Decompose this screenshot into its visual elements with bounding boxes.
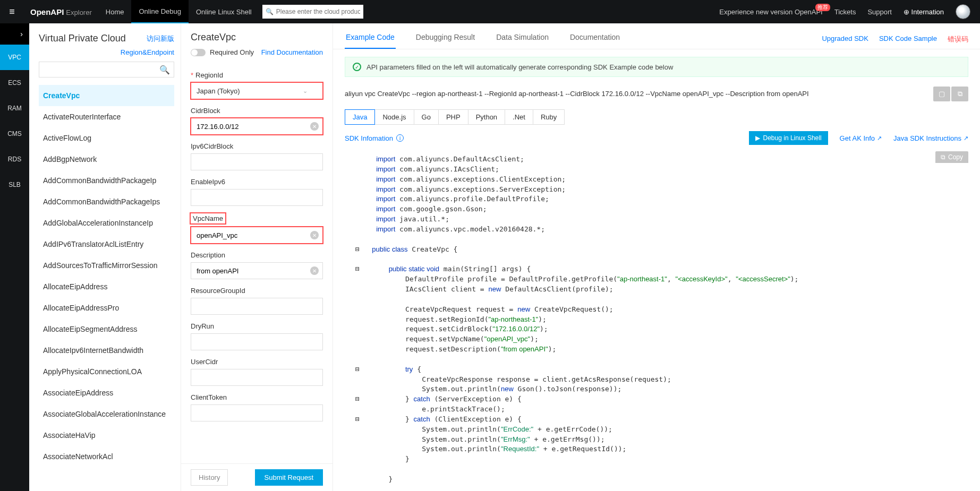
lang-tab[interactable]: Go <box>414 109 439 125</box>
external-link-icon: ↗ <box>877 135 882 142</box>
java-sdk-instructions-link[interactable]: Java SDK Instructions↗ <box>893 134 968 142</box>
sdk-code-sample-link[interactable]: SDK Code Sample <box>879 35 937 44</box>
required-only-toggle[interactable] <box>191 49 206 56</box>
internation-link[interactable]: ⊕ Internation <box>904 8 944 16</box>
api-item[interactable]: AssociateGlobalAccelerationInstance <box>39 403 174 425</box>
api-item[interactable]: AddCommonBandwidthPackageIp <box>39 170 174 191</box>
lang-tab[interactable]: .Net <box>505 109 533 125</box>
sdk-info-label: SDK Infomation <box>345 134 393 142</box>
api-item[interactable]: AllocateEipAddressPro <box>39 297 174 318</box>
api-item[interactable]: AssociateEipAddress <box>39 382 174 403</box>
top-nav-item[interactable]: Online Linux Shell <box>189 0 259 23</box>
internation-label: Internation <box>911 8 944 16</box>
history-button[interactable]: History <box>191 469 228 486</box>
chevron-down-icon: ⌄ <box>303 88 308 94</box>
resourcegroupid-input[interactable] <box>191 298 323 315</box>
api-items: CreateVpcActivateRouterInterfaceActiveFl… <box>39 85 174 487</box>
copy-icon: ⧉ <box>941 153 945 161</box>
api-item[interactable]: CreateVpc <box>39 85 174 106</box>
lang-tab[interactable]: Java <box>345 109 375 125</box>
api-item[interactable]: AddCommonBandwidthPackageIps <box>39 191 174 212</box>
rail-product-cms[interactable]: CMS <box>0 121 29 147</box>
api-item[interactable]: AddBgpNetwork <box>39 149 174 170</box>
expand-rail-icon[interactable]: › <box>0 23 29 45</box>
api-item[interactable]: ActiveFlowLog <box>39 127 174 149</box>
dryrun-label: DryRun <box>191 322 323 330</box>
api-item[interactable]: AddSourcesToTrafficMirrorSession <box>39 255 174 276</box>
lang-tab[interactable]: Python <box>468 109 505 125</box>
top-search: 🔍 <box>262 5 363 19</box>
search-icon: 🔍 <box>159 65 170 75</box>
rail-product-slb[interactable]: SLB <box>0 172 29 197</box>
clienttoken-input[interactable] <box>191 404 323 421</box>
api-item[interactable]: AllocateEipAddress <box>39 276 174 297</box>
api-item[interactable]: ActivateRouterInterface <box>39 106 174 127</box>
logo-bold: OpenAPI <box>30 7 64 16</box>
rail-product-ecs[interactable]: ECS <box>0 70 29 96</box>
rail-product-ram[interactable]: RAM <box>0 96 29 121</box>
cidrblock-input[interactable] <box>191 118 323 135</box>
sdk-info-link[interactable]: SDK Infomation i <box>345 134 404 142</box>
logo[interactable]: OpenAPI Explorer <box>24 7 98 16</box>
lang-tab[interactable]: Ruby <box>533 109 565 125</box>
api-item[interactable]: AllocateIpv6InternetBandwidth <box>39 340 174 361</box>
content-tab[interactable]: Documentation <box>569 30 621 49</box>
support-link[interactable]: Support <box>867 8 892 16</box>
user-avatar[interactable] <box>956 4 970 19</box>
dryrun-input[interactable] <box>191 333 323 350</box>
submit-request-button[interactable]: Submit Request <box>255 469 323 486</box>
param-form-panel: CreateVpc Required Only Find Documentati… <box>181 23 333 491</box>
visit-new-link[interactable]: 访问新版 <box>147 34 174 44</box>
resourcegroupid-label: ResourceGroupId <box>191 287 323 295</box>
globe-icon: ⊕ <box>904 8 909 16</box>
vpcname-input[interactable] <box>191 227 323 244</box>
enableipv6-input[interactable] <box>191 189 323 206</box>
content-tab[interactable]: Data Simulation <box>495 30 550 49</box>
clear-icon[interactable]: ✕ <box>310 122 319 131</box>
lang-tab[interactable]: Node.js <box>374 109 414 125</box>
lang-tab[interactable]: PHP <box>438 109 468 125</box>
rail-product-vpc[interactable]: VPC <box>0 45 29 70</box>
description-input[interactable] <box>191 262 323 279</box>
content-tab[interactable]: Debugging Result <box>415 30 476 49</box>
usercidr-input[interactable] <box>191 369 323 386</box>
code-editor[interactable]: import com.aliyuncs.DefaultAcsClient; im… <box>345 149 968 485</box>
upgraded-sdk-link[interactable]: Upgraded SDK <box>822 35 868 44</box>
cloud-product-search-input[interactable] <box>262 5 363 19</box>
content-tabs: Example CodeDebugging ResultData Simulat… <box>345 30 621 49</box>
api-search-input[interactable] <box>39 62 174 77</box>
find-documentation-link[interactable]: Find Documentation <box>261 48 323 56</box>
top-nav: HomeOnline DebugOnline Linux Shell <box>98 0 259 23</box>
tickets-link[interactable]: Tickets <box>834 8 856 16</box>
copy-code-button[interactable]: ⧉ Copy <box>935 151 968 163</box>
top-nav-item[interactable]: Home <box>98 0 132 23</box>
region-endpoint-link[interactable]: Region&Endpoint <box>39 48 174 56</box>
cloud-shell-icon[interactable]: ▢ <box>933 87 950 101</box>
clear-icon[interactable]: ✕ <box>310 266 319 275</box>
clear-icon[interactable]: ✕ <box>310 231 319 239</box>
debug-linux-shell-button[interactable]: ▶ Debug in Linux Shell <box>749 131 828 145</box>
copy-cli-icon[interactable]: ⧉ <box>951 87 968 101</box>
experience-link[interactable]: Experience new version OpenAPI 推荐 <box>719 8 822 16</box>
top-nav-item[interactable]: Online Debug <box>131 0 189 23</box>
logo-light: Explorer <box>66 8 91 16</box>
ipv6cidrblock-input[interactable] <box>191 153 323 170</box>
regionid-value: Japan (Tokyo) <box>197 87 240 95</box>
api-item[interactable]: AllocateEipSegmentAddress <box>39 318 174 340</box>
debug-btn-label: Debug in Linux Shell <box>763 134 822 142</box>
get-ak-info-link[interactable]: Get AK Info↗ <box>840 134 882 142</box>
menu-icon[interactable]: ≡ <box>0 6 24 18</box>
content-tab[interactable]: Example Code <box>345 30 396 49</box>
usercidr-label: UserCidr <box>191 358 323 366</box>
content-panel: Example CodeDebugging ResultData Simulat… <box>333 23 980 491</box>
api-item[interactable]: ApplyPhysicalConnectionLOA <box>39 361 174 382</box>
rail-product-rds[interactable]: RDS <box>0 147 29 172</box>
api-item[interactable]: AssociateNetworkAcl <box>39 446 174 467</box>
regionid-select[interactable]: Japan (Tokyo) ⌄ <box>191 82 323 99</box>
ipv6cidrblock-label: Ipv6CidrBlock <box>191 142 323 150</box>
api-item[interactable]: AssociateHaVip <box>39 425 174 446</box>
api-item[interactable]: AddGlobalAccelerationInstanceIp <box>39 212 174 234</box>
info-banner: ✓ API parameters filled on the left will… <box>345 57 968 77</box>
error-code-link[interactable]: 错误码 <box>948 35 968 44</box>
api-item[interactable]: AddIPv6TranslatorAclListEntry <box>39 234 174 255</box>
